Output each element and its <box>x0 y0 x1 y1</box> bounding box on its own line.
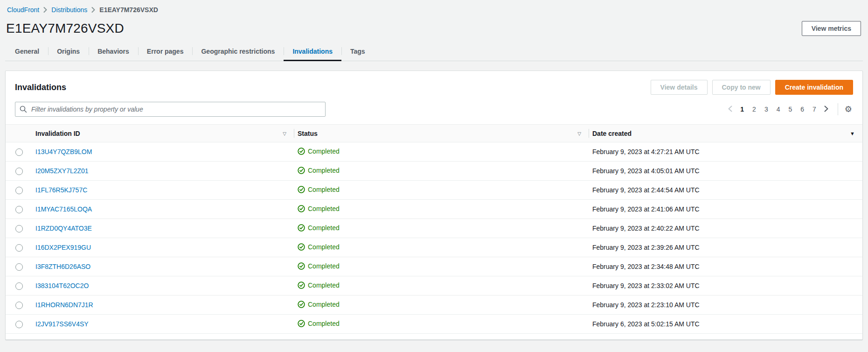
table-row: I1RZD0QY4ATO3E Completed February 9, 202… <box>6 219 862 238</box>
table-header-row: Invalidation ID ▽ Status ▽ Date created … <box>6 125 862 142</box>
breadcrumb-link-cloudfront[interactable]: CloudFront <box>7 6 39 14</box>
pagination-page-button[interactable]: 1 <box>737 104 747 115</box>
invalidation-id-link[interactable]: I2JV917SS6V4SY <box>35 320 89 328</box>
check-circle-icon <box>298 186 305 193</box>
invalidation-id-link[interactable]: I1RHORN6DN7J1R <box>35 301 93 309</box>
invalidation-id-link[interactable]: I383104T62OC2O <box>35 282 89 289</box>
tab-geographic-restrictions[interactable]: Geographic restrictions <box>192 42 284 61</box>
preferences-button[interactable]: ⚙ <box>844 104 853 114</box>
status-label: Completed <box>308 186 340 193</box>
status-badge: Completed <box>298 224 340 232</box>
column-header-status[interactable]: Status ▽ <box>294 125 589 142</box>
page-title: E1EAY7M726VSXD <box>6 21 124 36</box>
pagination-prev-button[interactable] <box>725 104 735 115</box>
tab-behaviors[interactable]: Behaviors <box>89 42 138 61</box>
tab-tags[interactable]: Tags <box>341 42 374 61</box>
invalidation-id-link[interactable]: I3F8ZTH6D26ASO <box>35 263 90 270</box>
pagination-page-button[interactable]: 5 <box>785 104 795 115</box>
view-details-button[interactable]: View details <box>651 80 708 95</box>
chevron-left-icon <box>728 106 732 113</box>
table-row: I20M5ZXY7L2Z01 Completed February 9, 202… <box>6 162 862 181</box>
check-circle-icon <box>298 301 305 308</box>
pagination-page-button[interactable]: 4 <box>773 104 784 115</box>
tab-error-pages[interactable]: Error pages <box>138 42 193 61</box>
row-select-radio[interactable] <box>15 187 23 194</box>
date-created-value: February 9, 2023 at 2:33:02 AM UTC <box>592 282 700 289</box>
check-circle-icon <box>298 320 305 327</box>
pagination: 1 2 3 4 5 6 7 <box>725 104 831 115</box>
table-toolbar: 1 2 3 4 5 6 7 ⚙ <box>6 95 862 124</box>
row-select-radio[interactable] <box>15 148 23 156</box>
invalidation-id-link[interactable]: I16DX2PEX919GU <box>35 244 91 251</box>
status-label: Completed <box>308 262 340 270</box>
tab-general[interactable]: General <box>6 42 48 61</box>
table-row: I13U4Y7QZB9LOM Completed February 9, 202… <box>6 142 862 162</box>
status-label: Completed <box>308 243 340 251</box>
table-row: I2JV917SS6V4SY Completed February 6, 202… <box>6 315 862 334</box>
status-label: Completed <box>308 224 340 232</box>
table-row: I3F8ZTH6D26ASO Completed February 9, 202… <box>6 257 862 276</box>
view-metrics-button[interactable]: View metrics <box>802 21 861 36</box>
column-header-date-created[interactable]: Date created ▼ <box>589 125 862 142</box>
table-row: I383104T62OC2O Completed February 9, 202… <box>6 276 862 296</box>
pagination-page-button[interactable]: 6 <box>797 104 807 115</box>
invalidation-id-link[interactable]: I1FL76R5KJ757C <box>35 186 87 194</box>
status-badge: Completed <box>298 186 340 193</box>
invalidation-id-link[interactable]: I13U4Y7QZB9LOM <box>35 148 92 155</box>
sort-descending-icon[interactable]: ▼ <box>850 131 855 136</box>
filter-box <box>15 102 326 117</box>
row-select-radio[interactable] <box>15 321 23 328</box>
breadcrumb-current: E1EAY7M726VSXD <box>99 6 158 14</box>
invalidation-id-link[interactable]: I1RZD0QY4ATO3E <box>35 225 92 232</box>
gear-icon: ⚙ <box>845 105 852 114</box>
create-invalidation-button[interactable]: Create invalidation <box>775 80 853 95</box>
check-circle-icon <box>298 262 305 270</box>
column-header-label: Date created <box>592 130 632 137</box>
cloudfront-distribution-page: CloudFront Distributions E1EAY7M726VSXD … <box>0 0 868 340</box>
copy-to-new-button[interactable]: Copy to new <box>712 80 771 95</box>
table-row: I1RHORN6DN7J1R Completed February 9, 202… <box>6 296 862 315</box>
pagination-next-button[interactable] <box>821 104 831 115</box>
row-select-radio[interactable] <box>15 263 23 271</box>
status-badge: Completed <box>298 282 340 289</box>
column-header-invalidation-id[interactable]: Invalidation ID ▽ <box>32 125 294 142</box>
invalidation-id-link[interactable]: I1MYAC7165LOQA <box>35 205 92 213</box>
invalidations-panel: Invalidations View details Copy to new C… <box>5 70 863 340</box>
status-label: Completed <box>308 167 340 174</box>
breadcrumb-link-distributions[interactable]: Distributions <box>51 6 87 14</box>
status-badge: Completed <box>298 320 340 327</box>
row-select-radio[interactable] <box>15 302 23 309</box>
row-select-radio[interactable] <box>15 282 23 290</box>
status-badge: Completed <box>298 243 340 251</box>
panel-actions: View details Copy to new Create invalida… <box>651 80 853 95</box>
invalidation-id-link[interactable]: I20M5ZXY7L2Z01 <box>35 167 89 175</box>
tab-invalidations[interactable]: Invalidations <box>284 42 341 61</box>
date-created-value: February 9, 2023 at 2:41:06 AM UTC <box>592 205 700 213</box>
check-circle-icon <box>298 167 305 174</box>
row-select-radio[interactable] <box>15 168 23 175</box>
status-label: Completed <box>308 205 340 212</box>
table-row: I1FL76R5KJ757C Completed February 9, 202… <box>6 181 862 200</box>
filter-sort-icon[interactable]: ▽ <box>283 131 286 136</box>
pagination-page-button[interactable]: 3 <box>761 104 771 115</box>
status-label: Completed <box>308 320 340 327</box>
column-header-label: Status <box>298 130 318 137</box>
table-row: I1MYAC7165LOQA Completed February 9, 202… <box>6 200 862 219</box>
chevron-right-icon <box>43 7 47 13</box>
status-badge: Completed <box>298 205 340 212</box>
check-circle-icon <box>298 205 305 212</box>
row-select-radio[interactable] <box>15 206 23 213</box>
row-select-radio[interactable] <box>15 225 23 232</box>
tab-origins[interactable]: Origins <box>48 42 89 61</box>
pagination-page-button[interactable]: 7 <box>809 104 819 115</box>
breadcrumb: CloudFront Distributions E1EAY7M726VSXD <box>5 0 863 14</box>
date-created-value: February 9, 2023 at 2:39:26 AM UTC <box>592 244 700 251</box>
filter-invalidations-input[interactable] <box>15 102 326 117</box>
status-badge: Completed <box>298 148 340 155</box>
filter-sort-icon[interactable]: ▽ <box>577 131 581 136</box>
row-select-radio[interactable] <box>15 244 23 252</box>
pagination-page-button[interactable]: 2 <box>749 104 759 115</box>
table-row: I16DX2PEX919GU Completed February 9, 202… <box>6 238 862 257</box>
check-circle-icon <box>298 243 305 251</box>
page-header: E1EAY7M726VSXD View metrics <box>5 14 863 36</box>
